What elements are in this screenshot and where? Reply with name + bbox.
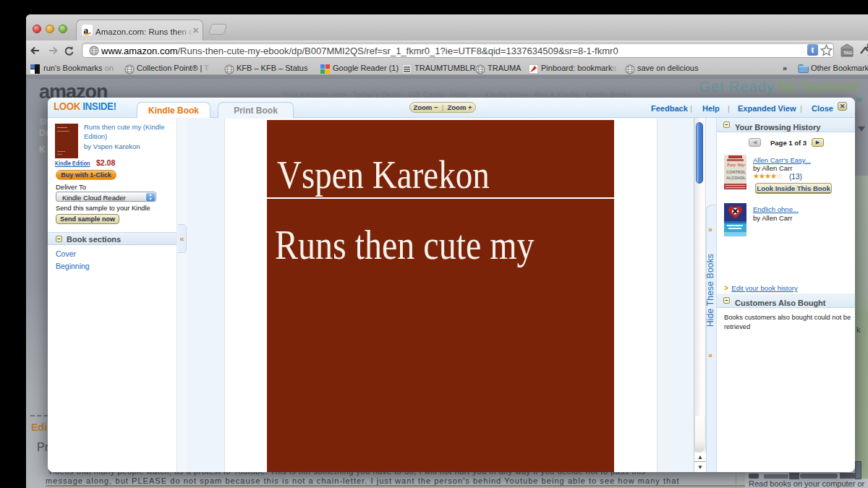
svg-text:TAG: TAG	[843, 51, 853, 55]
